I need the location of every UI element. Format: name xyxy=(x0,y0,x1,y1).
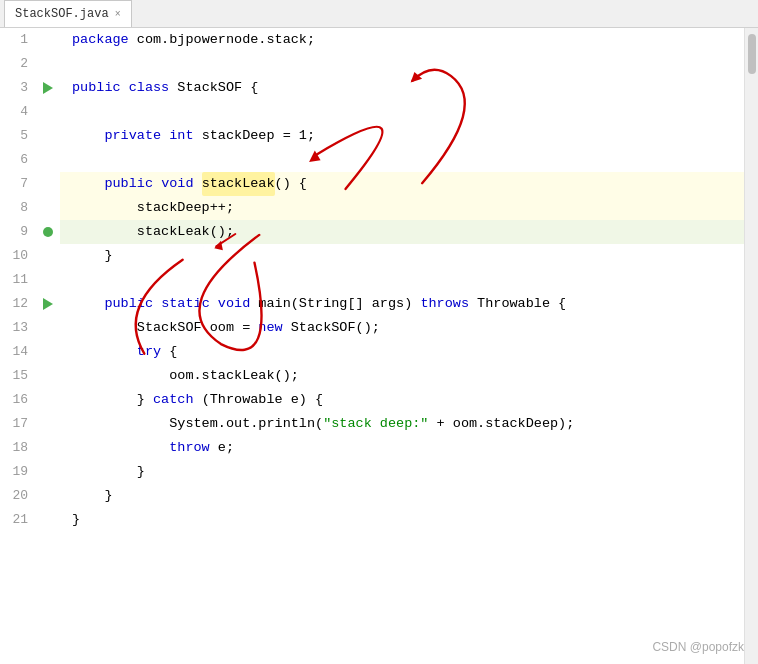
code-line: public class StackSOF { xyxy=(60,76,744,100)
keyword-token: void xyxy=(161,172,193,196)
line-number: 11 xyxy=(0,268,36,292)
line-number: 8 xyxy=(0,196,36,220)
keyword-token: public xyxy=(104,292,153,316)
gutter-row: 14 xyxy=(0,340,60,364)
watermark: CSDN @popofzk xyxy=(652,640,744,654)
plain-token: } xyxy=(72,484,113,508)
plain-token: stackLeak(); xyxy=(72,220,234,244)
code-line xyxy=(60,52,744,76)
run-icon[interactable] xyxy=(43,82,53,94)
run-icon[interactable] xyxy=(43,298,53,310)
code-line xyxy=(60,100,744,124)
code-line: private int stackDeep = 1; xyxy=(60,124,744,148)
plain-token: } xyxy=(72,508,80,532)
keyword-token: static xyxy=(161,292,210,316)
plain-token: () { xyxy=(275,172,307,196)
plain-token: { xyxy=(161,340,177,364)
breakpoint-gutter-icon[interactable] xyxy=(36,220,60,244)
keyword-token: class xyxy=(129,76,170,100)
tab-bar: StackSOF.java × xyxy=(0,0,758,28)
plain-token: main(String[] args) xyxy=(250,292,420,316)
keyword-token: throw xyxy=(169,436,210,460)
line-gutter: 123456789101112131415161718192021 xyxy=(0,28,60,664)
string-token: "stack deep:" xyxy=(323,412,428,436)
gutter-row: 21 xyxy=(0,508,60,532)
code-area: package com.bjpowernode.stack; public cl… xyxy=(60,28,744,664)
keyword-token: private xyxy=(104,124,161,148)
gutter-row: 5 xyxy=(0,124,60,148)
empty-gutter-icon xyxy=(36,172,60,196)
gutter-row: 12 xyxy=(0,292,60,316)
gutter-row: 19 xyxy=(0,460,60,484)
plain-token xyxy=(194,172,202,196)
gutter-row: 1 xyxy=(0,28,60,52)
empty-gutter-icon xyxy=(36,340,60,364)
code-line: public static void main(String[] args) t… xyxy=(60,292,744,316)
empty-gutter-icon xyxy=(36,364,60,388)
empty-gutter-icon xyxy=(36,52,60,76)
code-line: StackSOF oom = new StackSOF(); xyxy=(60,316,744,340)
keyword-token: package xyxy=(72,28,129,52)
gutter-row: 6 xyxy=(0,148,60,172)
plain-token: stackDeep++; xyxy=(72,196,234,220)
plain-token xyxy=(72,436,169,460)
line-number: 12 xyxy=(0,292,36,316)
keyword-token: public xyxy=(104,172,153,196)
line-number: 10 xyxy=(0,244,36,268)
plain-token: oom.stackLeak(); xyxy=(72,364,299,388)
file-tab[interactable]: StackSOF.java × xyxy=(4,0,132,27)
code-line: } xyxy=(60,244,744,268)
gutter-row: 20 xyxy=(0,484,60,508)
gutter-row: 2 xyxy=(0,52,60,76)
breakpoint-icon[interactable] xyxy=(43,227,53,237)
line-number: 15 xyxy=(0,364,36,388)
gutter-row: 10 xyxy=(0,244,60,268)
line-number: 17 xyxy=(0,412,36,436)
plain-token xyxy=(153,172,161,196)
empty-gutter-icon xyxy=(36,412,60,436)
plain-token xyxy=(153,292,161,316)
gutter-row: 17 xyxy=(0,412,60,436)
code-line: } xyxy=(60,460,744,484)
plain-token xyxy=(121,76,129,100)
empty-gutter-icon xyxy=(36,268,60,292)
code-line: oom.stackLeak(); xyxy=(60,364,744,388)
line-number: 7 xyxy=(0,172,36,196)
keyword-token: int xyxy=(169,124,193,148)
plain-token: } xyxy=(72,388,153,412)
empty-gutter-icon xyxy=(36,244,60,268)
plain-token: e; xyxy=(210,436,234,460)
gutter-row: 13 xyxy=(0,316,60,340)
plain-token: System.out.println( xyxy=(72,412,323,436)
empty-gutter-icon xyxy=(36,436,60,460)
scroll-track[interactable] xyxy=(744,28,758,664)
empty-gutter-icon xyxy=(36,388,60,412)
plain-token xyxy=(72,124,104,148)
code-line: } xyxy=(60,484,744,508)
code-line: throw e; xyxy=(60,436,744,460)
keyword-token: throws xyxy=(420,292,469,316)
tab-close-button[interactable]: × xyxy=(115,9,121,20)
line-number: 3 xyxy=(0,76,36,100)
empty-gutter-icon xyxy=(36,460,60,484)
editor-body: 123456789101112131415161718192021 packag… xyxy=(0,28,758,664)
line-number: 13 xyxy=(0,316,36,340)
plain-token: StackSOF(); xyxy=(283,316,380,340)
line-number: 18 xyxy=(0,436,36,460)
gutter-row: 9 xyxy=(0,220,60,244)
plain-token: stackDeep = 1; xyxy=(194,124,316,148)
code-line: public void stackLeak() { xyxy=(60,172,744,196)
keyword-token: void xyxy=(218,292,250,316)
plain-token: (Throwable e) { xyxy=(194,388,324,412)
empty-gutter-icon xyxy=(36,124,60,148)
code-line: System.out.println("stack deep:" + oom.s… xyxy=(60,412,744,436)
scroll-thumb[interactable] xyxy=(748,34,756,74)
gutter-row: 16 xyxy=(0,388,60,412)
empty-gutter-icon xyxy=(36,508,60,532)
plain-token: com.bjpowernode.stack; xyxy=(129,28,315,52)
line-number: 9 xyxy=(0,220,36,244)
tab-filename: StackSOF.java xyxy=(15,7,109,21)
plain-token: + oom.stackDeep); xyxy=(428,412,574,436)
run-gutter-icon[interactable] xyxy=(36,292,60,316)
run-gutter-icon[interactable] xyxy=(36,76,60,100)
